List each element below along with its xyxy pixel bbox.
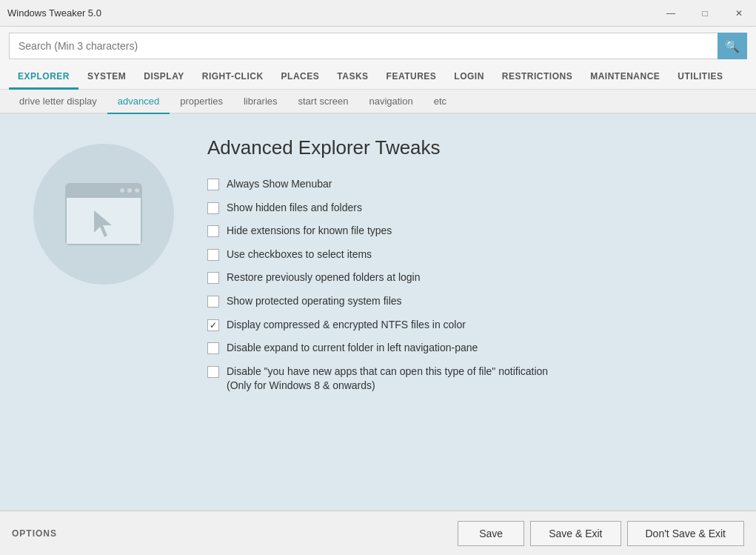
footer: OPTIONS Save Save & Exit Don't Save & Ex…	[0, 511, 756, 555]
option-label-disable-expand: Disable expand to current folder in left…	[227, 341, 478, 356]
close-button[interactable]: ✕	[722, 0, 756, 27]
sub-nav-item-start-screen[interactable]: start screen	[288, 90, 359, 113]
main-nav-item-display[interactable]: DISPLAY	[135, 65, 193, 90]
main-nav: EXPLORERSYSTEMDISPLAYRIGHT-CLICKPLACESTA…	[0, 65, 756, 90]
option-label-always-show-menubar: Always Show Menubar	[227, 177, 332, 192]
main-nav-item-maintenance[interactable]: MAINTENANCE	[581, 65, 669, 90]
sub-nav-item-navigation[interactable]: navigation	[358, 90, 423, 113]
search-button[interactable]: 🔍	[717, 33, 747, 59]
checkbox-show-protected-files[interactable]	[207, 296, 219, 308]
checkbox-use-checkboxes[interactable]	[207, 249, 219, 261]
search-bar: 🔍	[0, 27, 756, 65]
search-icon: 🔍	[725, 39, 740, 53]
sub-nav-item-drive-letter-display[interactable]: drive letter display	[9, 90, 107, 113]
option-item: Show protected operating system files	[207, 294, 726, 309]
icon-area	[30, 136, 178, 285]
main-nav-item-right-click[interactable]: RIGHT-CLICK	[193, 65, 272, 90]
footer-label: OPTIONS	[12, 528, 57, 539]
option-label-restore-folders: Restore previously opened folders at log…	[227, 270, 421, 285]
checkmark-icon: ✓	[210, 321, 217, 330]
minimize-button[interactable]: —	[654, 0, 688, 27]
option-item: Restore previously opened folders at log…	[207, 270, 726, 285]
title-bar: Windows Tweaker 5.0 — □ ✕	[0, 0, 756, 27]
sub-nav: drive letter displayadvancedpropertiesli…	[0, 90, 756, 114]
svg-point-4	[127, 188, 132, 193]
option-item: ✓Display compressed & encrypted NTFS fil…	[207, 318, 726, 333]
main-nav-item-login[interactable]: LOGIN	[445, 65, 493, 90]
option-item: Hide extensions for known file types	[207, 224, 726, 239]
option-label-display-compressed: Display compressed & encrypted NTFS file…	[227, 318, 466, 333]
sub-nav-item-etc[interactable]: etc	[424, 90, 457, 113]
save-button[interactable]: Save	[458, 521, 524, 546]
footer-buttons: Save Save & Exit Don't Save & Exit	[458, 521, 744, 546]
option-label-hide-extensions: Hide extensions for known file types	[227, 224, 392, 239]
explorer-icon	[63, 181, 144, 247]
main-nav-item-places[interactable]: PLACES	[272, 65, 329, 90]
checkbox-hide-extensions[interactable]	[207, 225, 219, 237]
app-title: Windows Tweaker 5.0	[7, 7, 101, 19]
option-label-disable-notification: Disable "you have new apps that can open…	[227, 365, 548, 393]
search-input[interactable]	[9, 33, 747, 59]
option-label-show-protected-files: Show protected operating system files	[227, 294, 402, 309]
main-nav-item-features[interactable]: FEATURES	[378, 65, 446, 90]
save-exit-button[interactable]: Save & Exit	[530, 521, 620, 546]
option-item: Show hidden files and folders	[207, 201, 726, 216]
checkbox-show-hidden-files[interactable]	[207, 202, 219, 214]
svg-rect-2	[67, 193, 141, 198]
checkbox-disable-notification[interactable]	[207, 366, 219, 378]
content-area: Advanced Explorer Tweaks Always Show Men…	[0, 114, 756, 511]
option-item: Disable "you have new apps that can open…	[207, 365, 726, 393]
svg-point-3	[120, 188, 124, 193]
section-title: Advanced Explorer Tweaks	[207, 136, 726, 159]
icon-circle	[33, 144, 174, 285]
dont-save-button[interactable]: Don't Save & Exit	[627, 521, 745, 546]
main-nav-item-restrictions[interactable]: RESTRICTIONS	[493, 65, 581, 90]
checkbox-always-show-menubar[interactable]	[207, 179, 219, 190]
search-container: 🔍	[9, 33, 747, 59]
main-nav-item-system[interactable]: SYSTEM	[78, 65, 135, 90]
option-label-use-checkboxes: Use checkboxes to select items	[227, 247, 372, 262]
option-label-show-hidden-files: Show hidden files and folders	[227, 201, 362, 216]
option-item: Disable expand to current folder in left…	[207, 341, 726, 356]
main-nav-item-tasks[interactable]: TASKS	[328, 65, 377, 90]
options-panel: Advanced Explorer Tweaks Always Show Men…	[207, 136, 726, 402]
maximize-button[interactable]: □	[688, 0, 722, 27]
checkbox-restore-folders[interactable]	[207, 272, 219, 284]
svg-point-5	[135, 188, 139, 193]
options-list: Always Show MenubarShow hidden files and…	[207, 177, 726, 393]
window-controls: — □ ✕	[654, 0, 756, 26]
option-item: Always Show Menubar	[207, 177, 726, 192]
main-nav-item-utilities[interactable]: UTILITIES	[669, 65, 732, 90]
checkbox-disable-expand[interactable]	[207, 342, 219, 354]
sub-nav-item-properties[interactable]: properties	[170, 90, 233, 113]
option-item: Use checkboxes to select items	[207, 247, 726, 262]
checkbox-display-compressed[interactable]: ✓	[207, 319, 219, 331]
main-nav-item-explorer[interactable]: EXPLORER	[9, 65, 78, 90]
sub-nav-item-advanced[interactable]: advanced	[107, 90, 170, 114]
sub-nav-item-libraries[interactable]: libraries	[233, 90, 288, 113]
